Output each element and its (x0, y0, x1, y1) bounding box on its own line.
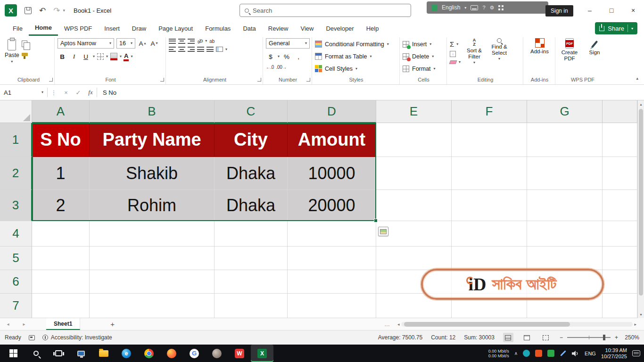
horizontal-scroll-track[interactable] (401, 322, 633, 327)
number-dialog-launcher[interactable] (306, 78, 310, 82)
wrap-text-button[interactable]: ab (209, 39, 215, 44)
taskbar-app-monitor[interactable] (70, 345, 92, 362)
share-button[interactable]: Share ▾ (595, 22, 637, 34)
maximize-button[interactable]: □ (601, 0, 622, 21)
excel-app-icon[interactable]: X (5, 4, 17, 16)
cell[interactable] (90, 247, 215, 270)
fill-color-dropdown-icon[interactable]: ▾ (120, 55, 122, 58)
paste-button[interactable]: Paste ▾ (5, 38, 19, 64)
cell-b3[interactable]: Rohim (90, 190, 215, 221)
percent-button[interactable]: % (282, 51, 291, 62)
borders-button[interactable] (97, 53, 104, 60)
select-all-button[interactable] (0, 100, 32, 123)
kebab-icon[interactable]: ⋮ (48, 89, 60, 96)
share-dropdown-icon[interactable]: ▾ (631, 26, 633, 31)
language-bar[interactable]: English ▾ ? ⚙ (427, 1, 548, 14)
tray-app-orange-icon[interactable] (535, 350, 542, 357)
addins-button[interactable]: Add-ins (528, 38, 551, 55)
save-icon[interactable] (25, 7, 32, 14)
decrease-decimal-button[interactable]: .00→ (276, 65, 287, 70)
row-header-4[interactable]: 4 (0, 221, 32, 247)
cell-c3[interactable]: Dhaka (215, 190, 288, 221)
decrease-font-button[interactable]: A▾ (149, 38, 159, 49)
tray-app-green-icon[interactable] (547, 350, 554, 357)
scroll-left-icon[interactable]: ◂ (397, 322, 400, 327)
macro-record-icon[interactable] (29, 335, 35, 340)
cell-b2[interactable]: Shakib (90, 157, 215, 190)
wps-button[interactable]: W (228, 345, 251, 362)
cell-d2[interactable]: 10000 (288, 157, 376, 190)
tab-insert[interactable]: Insert (98, 21, 126, 36)
input-language-indicator[interactable]: ENG (585, 351, 596, 356)
merge-dropdown-icon[interactable]: ▾ (225, 48, 227, 51)
google-app-button[interactable]: G (183, 345, 206, 362)
decrease-indent-button[interactable] (197, 47, 204, 52)
language-dropdown-icon[interactable]: ▾ (464, 6, 466, 10)
close-button[interactable]: × (622, 0, 644, 21)
tab-data[interactable]: Data (237, 21, 262, 36)
chevron-down-icon[interactable]: ▾ (109, 41, 111, 45)
chevron-down-icon[interactable]: ▾ (305, 41, 307, 45)
increase-font-button[interactable]: A▴ (138, 38, 147, 49)
cell[interactable] (32, 294, 90, 318)
cell[interactable] (452, 247, 527, 270)
tab-developer[interactable]: Developer (320, 21, 360, 36)
cell[interactable] (603, 247, 637, 270)
zoom-in-button[interactable]: + (615, 334, 618, 341)
cell[interactable] (452, 221, 527, 247)
undo-icon[interactable]: ↶ (39, 7, 46, 15)
clear-button[interactable]: ▾ (450, 60, 461, 64)
cell[interactable] (288, 221, 376, 247)
cell[interactable] (603, 123, 637, 157)
sheet-tab-sheet1[interactable]: Sheet1 (46, 318, 80, 330)
cell[interactable] (288, 247, 376, 270)
notification-center-icon[interactable] (632, 350, 640, 356)
ime-icon[interactable] (431, 5, 438, 11)
pen-settings-icon[interactable] (560, 350, 566, 356)
font-color-button[interactable]: A (124, 53, 128, 59)
cell[interactable] (603, 221, 637, 247)
orientation-dropdown-icon[interactable]: ▾ (205, 39, 207, 43)
column-header-d[interactable]: D (288, 100, 376, 123)
column-header-g[interactable]: G (527, 100, 603, 123)
cell[interactable] (603, 157, 637, 190)
tab-formulas[interactable]: Formulas (199, 21, 237, 36)
edge-button[interactable]: e (115, 345, 138, 362)
vertical-scrollbar[interactable]: ▴ ▾ (637, 100, 644, 318)
format-cells-button[interactable]: Format ▾ (403, 63, 436, 74)
scroll-down-icon[interactable]: ▾ (640, 311, 642, 318)
cell[interactable] (215, 294, 288, 318)
fill-color-button[interactable] (110, 53, 117, 58)
clipboard-dialog-launcher[interactable] (49, 78, 53, 82)
page-break-view-button[interactable] (541, 333, 551, 342)
sign-button[interactable]: Sign (583, 38, 606, 56)
new-sheet-button[interactable]: + (110, 320, 115, 328)
format-as-table-button[interactable]: Format as Table ▾ (315, 50, 389, 62)
comma-style-button[interactable]: , (294, 51, 303, 62)
column-header-partial[interactable] (603, 100, 637, 123)
cell-e2[interactable] (376, 157, 452, 190)
orientation-button[interactable]: ab (196, 37, 204, 44)
tab-wps-pdf[interactable]: WPS PDF (58, 21, 98, 36)
name-box[interactable]: A1 ▾ (0, 85, 47, 100)
italic-button[interactable]: I (69, 51, 79, 62)
cell[interactable] (215, 247, 288, 270)
tab-page-layout[interactable]: Page Layout (152, 21, 199, 36)
merge-center-button[interactable] (216, 47, 223, 52)
cell-f2[interactable] (452, 157, 527, 190)
align-center-button[interactable] (178, 47, 185, 52)
align-left-button[interactable] (169, 47, 176, 52)
increase-indent-button[interactable] (206, 47, 214, 52)
bottom-align-button[interactable] (188, 39, 195, 44)
cell[interactable] (527, 221, 603, 247)
font-family-select[interactable]: Aptos Narrow ▾ (58, 38, 114, 49)
delete-cells-button[interactable]: Delete ▾ (403, 50, 436, 62)
column-header-c[interactable]: C (215, 100, 288, 123)
tab-view[interactable]: View (294, 21, 320, 36)
sort-filter-button[interactable]: AZ Sort & Filter ▾ (463, 38, 486, 65)
scroll-right-icon[interactable]: ▸ (634, 322, 636, 327)
volume-icon[interactable] (572, 350, 579, 357)
firefox-button[interactable] (160, 345, 183, 362)
accessibility-status[interactable]: Accessibility: Investigate (42, 334, 112, 341)
minimize-button[interactable]: – (579, 0, 601, 21)
